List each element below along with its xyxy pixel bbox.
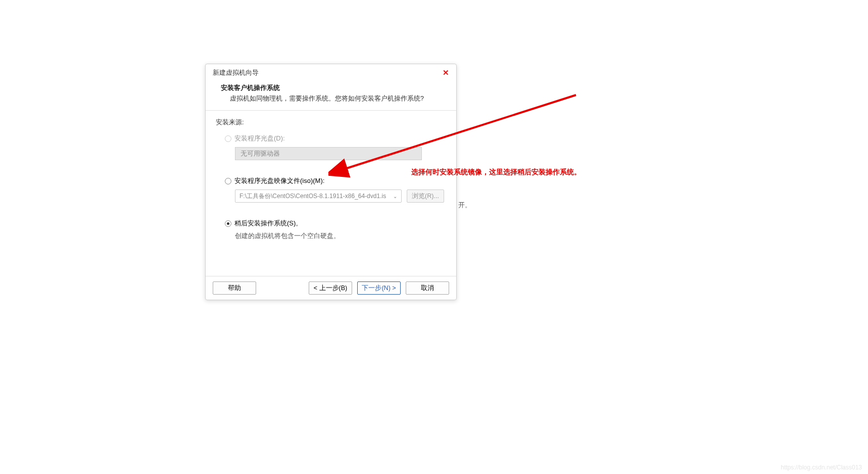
iso-path-text: F:\工具备份\CentOS\CentOS-8.1.1911-x86_64-dv… bbox=[239, 192, 386, 201]
help-button[interactable]: 帮助 bbox=[213, 281, 256, 295]
back-button[interactable]: < 上一步(B) bbox=[309, 281, 352, 295]
next-label: 下一步(N) > bbox=[362, 284, 396, 293]
option-installer-disc: 安装程序光盘(D): 无可用驱动器 bbox=[216, 134, 446, 160]
radio-later[interactable]: 稍后安装操作系统(S)。 bbox=[225, 219, 446, 228]
radio-label-later: 稍后安装操作系统(S)。 bbox=[234, 219, 302, 228]
chevron-down-icon: ⌄ bbox=[393, 194, 397, 199]
spacer bbox=[261, 281, 304, 295]
wizard-dialog: 新建虚拟机向导 ✕ 安装客户机操作系统 虚拟机如同物理机，需要操作系统。您将如何… bbox=[205, 64, 457, 300]
option-iso-file: 安装程序光盘映像文件(iso)(M): F:\工具备份\CentOS\CentO… bbox=[216, 176, 446, 203]
drive-combo-text: 无可用驱动器 bbox=[240, 150, 280, 158]
browse-button: 浏览(R)... bbox=[407, 189, 444, 203]
watermark: https://blog.csdn.net/Class013 bbox=[781, 464, 862, 471]
drive-combo: 无可用驱动器 bbox=[235, 147, 422, 160]
option-install-later: 稍后安装操作系统(S)。 创建的虚拟机将包含一个空白硬盘。 bbox=[216, 219, 446, 241]
browse-label: 浏览(R)... bbox=[412, 192, 439, 201]
radio-iso[interactable]: 安装程序光盘映像文件(iso)(M): bbox=[225, 176, 446, 185]
dialog-title: 新建虚拟机向导 bbox=[213, 68, 259, 77]
header-section: 安装客户机操作系统 虚拟机如同物理机，需要操作系统。您将如何安装客户机操作系统? bbox=[206, 81, 456, 110]
button-bar: 帮助 < 上一步(B) 下一步(N) > 取消 bbox=[206, 276, 456, 300]
title-bar: 新建虚拟机向导 ✕ bbox=[206, 64, 456, 81]
radio-icon bbox=[225, 135, 231, 142]
install-source-label: 安装来源: bbox=[216, 118, 446, 127]
radio-installer-disc: 安装程序光盘(D): bbox=[225, 134, 446, 143]
header-title: 安装客户机操作系统 bbox=[221, 83, 441, 92]
stray-text: 开。 bbox=[458, 201, 471, 210]
cancel-label: 取消 bbox=[421, 284, 434, 293]
annotation-text: 选择何时安装系统镜像，这里选择稍后安装操作系统。 bbox=[411, 168, 581, 177]
cancel-button[interactable]: 取消 bbox=[406, 281, 449, 295]
back-label: < 上一步(B) bbox=[314, 284, 347, 293]
later-sub-text: 创建的虚拟机将包含一个空白硬盘。 bbox=[235, 232, 446, 241]
radio-icon bbox=[225, 178, 231, 184]
iso-row: F:\工具备份\CentOS\CentOS-8.1.1911-x86_64-dv… bbox=[235, 189, 446, 203]
radio-label-disc: 安装程序光盘(D): bbox=[234, 134, 285, 143]
next-button[interactable]: 下一步(N) > bbox=[357, 281, 401, 295]
help-label: 帮助 bbox=[228, 284, 241, 293]
header-subtitle: 虚拟机如同物理机，需要操作系统。您将如何安装客户机操作系统? bbox=[221, 94, 441, 103]
content-area: 安装来源: 安装程序光盘(D): 无可用驱动器 安装程序光盘映像文件(iso)(… bbox=[206, 111, 456, 276]
iso-path-combo[interactable]: F:\工具备份\CentOS\CentOS-8.1.1911-x86_64-dv… bbox=[235, 189, 402, 203]
radio-icon bbox=[225, 220, 231, 227]
radio-label-iso: 安装程序光盘映像文件(iso)(M): bbox=[234, 176, 324, 185]
close-icon[interactable]: ✕ bbox=[443, 68, 449, 77]
